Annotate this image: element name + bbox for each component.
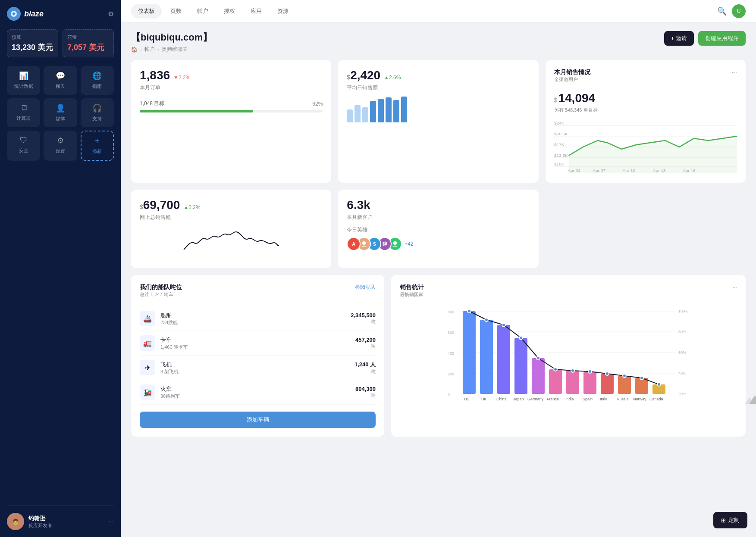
breadcrumb-home-icon[interactable]: 🏠 [131, 47, 138, 53]
bar-2 [354, 105, 361, 122]
sidebar-item-label: 媒体 [56, 116, 65, 122]
svg-text:$13.5K: $13.5K [554, 153, 568, 158]
svg-text:800: 800 [448, 310, 454, 314]
sidebar-item-media[interactable]: 👤 媒体 [44, 98, 77, 127]
fleet-card: 我们的船队吨位 总计 1,247 辆车 检阅舰队 🚢 船舶 234艘舰 2,34… [131, 275, 384, 437]
sidebar-item-stats[interactable]: 📊 统计数据 [7, 66, 40, 95]
sales-stats-title: 销售统计 [400, 284, 424, 291]
expense-value: 7,057 美元 [67, 42, 109, 53]
customize-label: 定制 [728, 516, 740, 524]
svg-point-31 [519, 336, 523, 340]
svg-text:400: 400 [448, 351, 454, 356]
monthly-sales-title: 本月销售情况 [554, 69, 590, 76]
truck-icon: 🚛 [140, 335, 155, 351]
fleet-link[interactable]: 检阅舰队 [355, 284, 376, 291]
tab-dashboard[interactable]: 仪表板 [131, 4, 162, 19]
online-sales-change: ▲2.2% [183, 204, 200, 210]
expense-card: 花费 7,057 美元 [63, 29, 114, 57]
daily-sales-change: ▲2.6% [384, 75, 401, 81]
bar-4 [370, 101, 376, 122]
topnav-user-avatar[interactable]: U [732, 4, 746, 18]
orders-card: 1,836 ▼2.2% 本月订单 1,048 目标 62% [131, 60, 331, 183]
sidebar-item-settings[interactable]: ⚙ 设置 [44, 131, 77, 161]
sidebar-item-security[interactable]: 🛡 安全 [7, 131, 40, 161]
sales-bar-chart [347, 97, 530, 122]
tab-resources[interactable]: 资源 [270, 4, 295, 19]
main-content: 仪表板 页数 帐户 授权 应用 资源 🔍 U 【biqubiqu.com】 🏠 … [121, 0, 756, 537]
settings-icon[interactable]: ⚙ [108, 10, 114, 18]
topnav-tabs: 仪表板 页数 帐户 授权 应用 资源 [131, 4, 295, 19]
train-icon: 🚂 [140, 384, 155, 400]
bar-russia [618, 376, 631, 394]
bar-china [497, 325, 510, 394]
invite-button[interactable]: + 邀请 [664, 31, 694, 46]
sidebar-item-label: 设置 [56, 148, 65, 154]
fleet-item-train: 🚂 火车 36路列车 804,300 吨 [140, 380, 376, 405]
svg-text:20%: 20% [678, 392, 686, 396]
monthly-sales-chart: $24K $20.5K $17K $13.5K $10K Apr 04 Apr … [554, 117, 737, 174]
logo-text: blaze [24, 9, 44, 19]
avatar: 👨 [7, 513, 24, 530]
sidebar-item-guide[interactable]: 🌐 指南 [81, 66, 114, 95]
customize-button[interactable]: ⊞ 定制 [713, 512, 747, 528]
fleet-item-truck: 🚛 卡车 1,460 辆卡车 457,200 吨 [140, 331, 376, 356]
media-icon: 👤 [56, 103, 65, 113]
search-icon[interactable]: 🔍 [717, 6, 727, 16]
add-vehicle-button[interactable]: 添加车辆 [140, 412, 376, 428]
svg-text:Canada: Canada [649, 397, 663, 401]
tab-auth[interactable]: 授权 [217, 4, 242, 19]
tab-accounts[interactable]: 帐户 [190, 4, 215, 19]
monthly-sales-target: 另有 $48,346 至目标 [554, 107, 737, 113]
nav-grid: 📊 统计数据 💬 聊天 🌐 指南 🖥 计算器 👤 媒体 🎧 支持 🛡 安全 ⚙ [7, 66, 114, 161]
progress-label: 1,048 目标 [140, 100, 164, 107]
sidebar-item-calc[interactable]: 🖥 计算器 [7, 98, 40, 127]
stats-grid: 1,836 ▼2.2% 本月订单 1,048 目标 62% $ [131, 60, 746, 183]
stats-icon: 📊 [19, 71, 28, 81]
online-sales-value: 69,700 [143, 198, 180, 212]
monthly-sales-amount-section: $ 14,094 另有 $48,346 至目标 [554, 87, 737, 113]
svg-text:Germany: Germany [527, 397, 544, 401]
chat-icon: 💬 [56, 71, 65, 81]
sales-stats-chart: 800 600 400 200 0 [400, 305, 737, 409]
sidebar-item-label: 添新 [92, 148, 102, 155]
bar-us [463, 311, 476, 394]
guide-icon: 🌐 [92, 71, 102, 81]
hero-label: 今日英雄 [347, 226, 530, 234]
bar-uk [480, 320, 493, 394]
create-app-button[interactable]: 创建应用程序 [698, 31, 746, 46]
monthly-sales-header: 本月销售情况 全渠道用户 [554, 69, 590, 83]
svg-point-16 [362, 241, 366, 245]
daily-sales-value: 2,420 [350, 69, 380, 82]
user-more-button[interactable]: ⋯ [108, 518, 114, 525]
sidebar-item-support[interactable]: 🎧 支持 [81, 98, 114, 127]
budget-cards: 预算 13,230 美元 花费 7,057 美元 [7, 29, 114, 57]
tab-pages[interactable]: 页数 [163, 4, 188, 19]
breadcrumb-accounts[interactable]: 帐户 [144, 46, 155, 53]
new-customers-label: 本月新客户 [347, 214, 530, 221]
orders-progress: 1,048 目标 62% [140, 100, 323, 112]
bottom-section: 我们的船队吨位 总计 1,247 辆车 检阅舰队 🚢 船舶 234艘舰 2,34… [131, 275, 746, 437]
bar-italy [601, 374, 614, 394]
second-stats-row: $ 69,700 ▲2.2% 网上总销售额 6.3k 本月新客户 [131, 190, 746, 268]
svg-text:Apr 16: Apr 16 [683, 169, 696, 173]
svg-point-29 [485, 318, 488, 322]
sales-stats-more[interactable]: ··· [732, 284, 737, 290]
sidebar-item-addnew[interactable]: + 添新 [81, 131, 114, 161]
plane-icon: ✈ [140, 360, 155, 375]
sidebar: blaze ⚙ 预算 13,230 美元 花费 7,057 美元 📊 统计数据 … [0, 0, 121, 537]
monthly-sales-more[interactable]: ··· [731, 69, 737, 76]
svg-text:$24K: $24K [554, 121, 565, 125]
tab-apps[interactable]: 应用 [244, 4, 269, 19]
online-sales-chart [140, 228, 323, 259]
svg-text:Apr 10: Apr 10 [622, 169, 635, 173]
svg-point-32 [536, 356, 540, 360]
page-actions: + 邀请 创建应用程序 [664, 31, 746, 46]
svg-text:0: 0 [448, 393, 450, 397]
bar-8 [401, 97, 407, 122]
svg-text:Spain: Spain [583, 397, 593, 401]
page-header: 【biqubiqu.com】 🏠 › 帐户 › 奥弗维耶夫 + 邀请 创建应用程… [131, 31, 746, 53]
new-customers-value: 6.3k [347, 198, 370, 212]
sidebar-item-chat[interactable]: 💬 聊天 [44, 66, 77, 95]
daily-sales-card: $ 2,420 ▲2.6% 平均日销售额 [338, 60, 538, 183]
svg-text:Japan: Japan [513, 397, 524, 401]
